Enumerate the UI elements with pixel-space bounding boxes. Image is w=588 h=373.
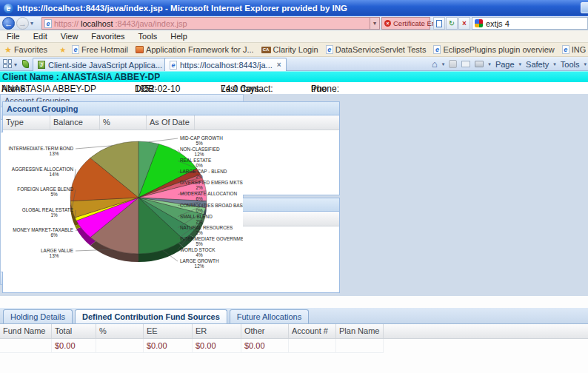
- safety-dropdown-icon[interactable]: ▾: [553, 61, 556, 67]
- column-header-asofdate[interactable]: As Of Date: [147, 115, 195, 130]
- fund-name-cell: [0, 339, 52, 353]
- menu-item-file[interactable]: File: [0, 31, 27, 41]
- pie-label-value: 6%: [50, 232, 58, 238]
- stop-button[interactable]: ×: [458, 17, 470, 30]
- url-host: localhost: [81, 19, 113, 28]
- page-menu-button[interactable]: Page: [495, 60, 515, 69]
- menu-item-view[interactable]: View: [54, 31, 85, 41]
- tools-menu-button[interactable]: Tools: [561, 60, 580, 69]
- pie-label: FOREIGN LARGE BLEND: [17, 186, 73, 192]
- fund-grid-header: Fund Name Total % EE ER Other Account # …: [0, 324, 588, 339]
- url-path: :8443/java/index.jsp: [115, 19, 187, 28]
- pie-label: NON-CLASSIFIED: [180, 147, 220, 152]
- column-header-pct[interactable]: %: [100, 115, 147, 130]
- certificate-error-badge[interactable]: × Certificate Error: [381, 17, 430, 30]
- menu-item-favorites[interactable]: Favorites: [84, 31, 131, 41]
- pie-label-value: 5%: [196, 141, 203, 146]
- column-header-empty: [384, 324, 588, 338]
- favorite-item-label: ING US Remote Access Portal: [572, 45, 588, 54]
- home-icon[interactable]: ⌂: [432, 58, 438, 70]
- column-header-type[interactable]: Type: [3, 115, 50, 130]
- print-dropdown-icon[interactable]: ▾: [488, 61, 491, 67]
- favorite-item[interactable]: e ING US Remote Access Portal: [558, 45, 588, 54]
- menu-item-help[interactable]: Help: [164, 31, 194, 41]
- window-title: https://localhost:8443/java/index.jsp - …: [17, 4, 347, 13]
- favorite-item[interactable]: e Free Hotmail: [68, 45, 132, 54]
- pie-label-value: 1%: [50, 212, 58, 218]
- favorite-item[interactable]: e EclipsePlugins plugin overview: [430, 45, 558, 54]
- column-header-total[interactable]: Total: [52, 324, 96, 338]
- refresh-button[interactable]: ↻: [446, 17, 458, 30]
- favorites-button[interactable]: Favorites: [14, 45, 47, 54]
- fund-row[interactable]: $0.00 $0.00 $0.00 $0.00: [0, 339, 588, 353]
- safety-menu-button[interactable]: Safety: [526, 60, 549, 69]
- search-input[interactable]: extjs 4: [486, 19, 510, 28]
- favorites-center-icon[interactable]: [22, 60, 29, 68]
- certificate-error-icon: ×: [384, 20, 391, 27]
- column-header-account-number[interactable]: Account #: [289, 324, 336, 338]
- column-header-er[interactable]: ER: [193, 324, 241, 338]
- tab-holding-details[interactable]: Holding Details: [3, 309, 73, 323]
- pie-label: DIVERSIFIED EMERG MKTS: [180, 180, 243, 185]
- column-header-ee[interactable]: EE: [144, 324, 193, 338]
- address-bar: ← → ▾ e https://localhost:8443/java/inde…: [0, 16, 588, 30]
- pie-label-value: 12%: [195, 152, 204, 157]
- favorites-star-icon: ★: [4, 45, 12, 55]
- back-button[interactable]: ←: [2, 17, 15, 30]
- tools-dropdown-icon[interactable]: ▾: [584, 61, 587, 67]
- mail-icon[interactable]: [461, 61, 470, 67]
- main-content: Account Grouping Type Balance % As Of Da…: [0, 94, 588, 296]
- column-header-pct[interactable]: %: [96, 324, 144, 338]
- go-icon: [436, 20, 442, 27]
- column-header-fund-name[interactable]: Fund Name: [0, 324, 52, 338]
- column-header-plan-name[interactable]: Plan Name: [336, 324, 384, 338]
- js-page-icon: J: [38, 61, 45, 69]
- tab-close-icon[interactable]: ×: [277, 61, 281, 69]
- tab-label: https://localhost:8443/ja...: [180, 61, 273, 70]
- grid-header: Type Balance % As Of Date: [3, 115, 339, 130]
- column-header-balance[interactable]: Balance: [50, 115, 100, 130]
- menu-bar: File Edit View Favorites Tools Help: [0, 30, 588, 43]
- column-header-empty: [243, 212, 339, 226]
- tab-list-dropdown-icon[interactable]: ▾: [14, 61, 17, 68]
- search-box[interactable]: extjs 4: [472, 17, 588, 30]
- column-header-other[interactable]: Other: [241, 324, 289, 338]
- address-field[interactable]: e https://localhost:8443/java/index.jsp: [41, 17, 370, 30]
- pie-label-value: 0%: [196, 163, 203, 168]
- feed-icon[interactable]: [449, 60, 457, 68]
- home-dropdown-icon[interactable]: ▾: [442, 61, 445, 67]
- client-name-header: Client Name : ANASTASIA ABBEY-DP: [2, 72, 160, 82]
- browser-tab-active[interactable]: e https://localhost:8443/ja... ×: [164, 58, 287, 71]
- pie-label: COMMODITIES BROAD BASKET: [180, 203, 243, 208]
- page-dropdown-icon[interactable]: ▾: [519, 61, 522, 67]
- pie-label-value: 2%: [196, 219, 203, 224]
- add-favorite-icon[interactable]: ★: [59, 46, 66, 54]
- history-dropdown-icon[interactable]: ▾: [30, 20, 33, 27]
- pie-label-value: 5%: [196, 241, 203, 246]
- minimize-button[interactable]: [581, 2, 588, 13]
- favorite-item[interactable]: CA Clarity Login: [258, 45, 322, 54]
- favorite-item[interactable]: Application Framework for J...: [132, 45, 258, 54]
- page-icon: e: [44, 19, 52, 28]
- menu-item-edit[interactable]: Edit: [27, 31, 54, 41]
- pie-label-value: 5%: [50, 192, 58, 197]
- pie-label: LARGE GROWTH: [180, 258, 219, 263]
- tab-future-allocations[interactable]: Future Allocations: [230, 309, 309, 323]
- quick-tabs-icon[interactable]: [3, 59, 12, 68]
- address-dropdown-icon[interactable]: ▾: [370, 17, 380, 30]
- favorite-item[interactable]: e DataServiceServlet Tests: [322, 45, 430, 54]
- menu-item-tools[interactable]: Tools: [132, 31, 164, 41]
- print-icon[interactable]: [475, 61, 484, 67]
- favorite-item-label: DataServiceServlet Tests: [335, 45, 427, 54]
- favorite-item-label: EclipsePlugins plugin overview: [443, 45, 554, 54]
- browser-tab[interactable]: J Client-side JavaScript Applica...: [33, 58, 167, 71]
- ie-page-icon: e: [433, 45, 441, 54]
- total-cell: $0.00: [52, 339, 96, 353]
- account-number-cell: [289, 339, 336, 353]
- ie-page-icon: e: [170, 61, 177, 70]
- tab-defined-contribution-fund-sources[interactable]: Defined Contribution Fund Sources: [75, 309, 227, 323]
- forward-button[interactable]: →: [16, 17, 29, 30]
- go-button[interactable]: [433, 17, 445, 30]
- tab-label: Client-side JavaScript Applica...: [48, 61, 162, 70]
- clarity-icon: CA: [261, 47, 271, 53]
